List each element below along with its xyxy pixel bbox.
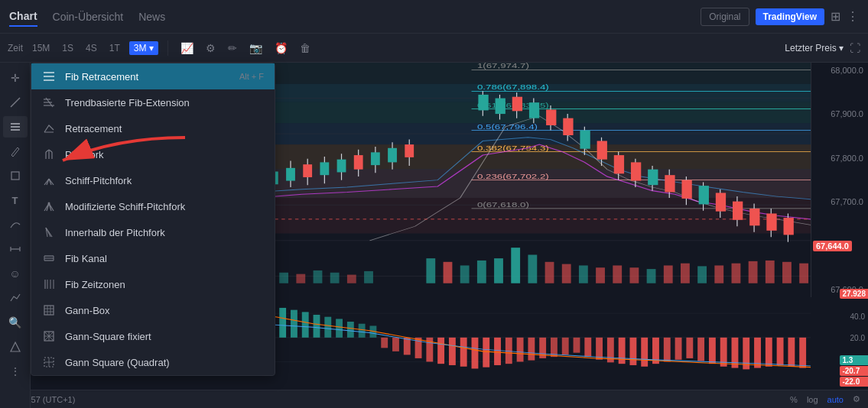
time-1t[interactable]: 1T (106, 41, 123, 55)
svg-rect-182 (279, 273, 288, 283)
tool-more[interactable]: ⋮ (3, 361, 28, 382)
price-67800: 67,800.0 (813, 154, 866, 163)
svg-rect-251 (449, 338, 456, 365)
tool-cursor[interactable]: ✛ (3, 67, 28, 89)
svg-rect-196 (562, 264, 571, 283)
pitchfork-label: Pitchfork (65, 149, 104, 160)
gann-square-fixed-icon (42, 329, 56, 343)
toolbar-right: Letzter Preis ▾ ⛶ (785, 42, 860, 54)
dropdown-item-schiff-pitchfork[interactable]: Schiff-Pitchfork (31, 167, 275, 193)
retracement-icon (42, 121, 56, 135)
svg-rect-201 (647, 269, 656, 283)
svg-rect-202 (664, 265, 673, 283)
tab-coin-overview[interactable]: Coin-Übersicht (53, 8, 124, 26)
dropdown-item-fib-extension[interactable]: Trendbasierte Fib-Extension (31, 89, 275, 115)
svg-rect-247 (404, 338, 411, 355)
svg-rect-4 (11, 172, 19, 180)
separator-1 (167, 40, 168, 56)
original-button[interactable]: Original (701, 8, 749, 26)
gann-square-icon (42, 355, 56, 369)
nav-actions: Original TradingView ⊞ ⋮ (701, 8, 859, 26)
tool-emoji[interactable]: ☺ (3, 263, 28, 284)
svg-rect-160 (733, 202, 743, 220)
dropdown-item-gann-square-fixed[interactable]: Gann-Square fixiert (31, 323, 275, 349)
fib-zeitzonen-label: Fib Zeitzonen (65, 279, 125, 290)
svg-rect-258 (528, 338, 535, 361)
log-label[interactable]: log (807, 395, 818, 404)
grid-icon[interactable]: ⊞ (831, 9, 840, 24)
percent-label[interactable]: % (790, 395, 798, 404)
sub-indicator-axis: 27.928 40.0 20.0 1.3 -20.7 -22.0 (840, 286, 868, 390)
toolbar-left: Zeit 15M 1S 4S 1T 3M ▾ 📈 ⚙ ✏ 📷 ⏰ 🗑 (8, 40, 314, 56)
dropdown-item-fib-kanal[interactable]: Fib Kanal (31, 245, 275, 271)
svg-rect-199 (613, 265, 622, 283)
svg-rect-166 (784, 218, 794, 235)
trash-icon[interactable]: 🗑 (297, 40, 314, 56)
pencil-icon[interactable]: ✏ (225, 40, 240, 56)
svg-rect-190 (460, 265, 470, 283)
tool-measure[interactable] (3, 238, 28, 260)
svg-rect-243 (359, 324, 366, 338)
svg-rect-195 (545, 262, 554, 283)
settings-icon-bottom[interactable]: ⚙ (853, 394, 860, 404)
dropdown-item-retracement[interactable]: Retracement (31, 115, 275, 141)
auto-label[interactable]: auto (827, 395, 844, 404)
svg-rect-210 (799, 264, 808, 283)
svg-rect-122 (354, 155, 363, 170)
tool-zoom[interactable]: 🔍 (3, 312, 28, 333)
more-options-icon[interactable]: ⋮ (847, 9, 859, 24)
svg-rect-124 (371, 152, 380, 165)
svg-rect-246 (392, 338, 399, 351)
line-chart-icon[interactable]: 📈 (177, 40, 197, 56)
price-68000: 68,000.0 (813, 66, 866, 75)
svg-rect-148 (631, 162, 641, 180)
svg-text:0.786(67,898.4): 0.786(67,898.4) (477, 84, 549, 91)
main-area: ✛ T ☺ (0, 63, 868, 408)
mod-schiff-icon (42, 199, 56, 213)
camera-icon[interactable]: 📷 (246, 40, 265, 56)
expand-icon[interactable]: ⛶ (850, 42, 860, 54)
dropdown-item-mod-schiff[interactable]: Modifizierte Schiff-Pitchfork (31, 193, 275, 219)
tool-brush[interactable] (3, 141, 28, 162)
time-4s[interactable]: 4S (83, 41, 100, 55)
tab-chart[interactable]: Chart (9, 7, 37, 27)
svg-rect-150 (648, 170, 658, 185)
time-3m[interactable]: 3M ▾ (129, 41, 158, 55)
tool-fib[interactable] (3, 116, 28, 138)
tool-alert[interactable] (3, 336, 28, 358)
fib-kanal-label: Fib Kanal (65, 253, 107, 264)
time-1s[interactable]: 1S (59, 41, 76, 55)
time-15m[interactable]: 15M (29, 41, 53, 55)
schiff-pitchfork-label: Schiff-Pitchfork (65, 175, 132, 186)
dropdown-item-gann-box[interactable]: Gann-Box (31, 297, 275, 323)
letzter-preis-label[interactable]: Letzter Preis ▾ (785, 43, 844, 53)
svg-rect-279 (766, 338, 772, 367)
svg-text:1(67,974.7): 1(67,974.7) (477, 63, 529, 70)
tool-shapes[interactable] (3, 165, 28, 186)
tool-path[interactable] (3, 214, 28, 235)
tool-text[interactable]: T (3, 189, 28, 211)
indicator-value: 27.928 (840, 289, 868, 299)
toolbar: Zeit 15M 1S 4S 1T 3M ▾ 📈 ⚙ ✏ 📷 ⏰ 🗑 Letzt… (0, 34, 868, 63)
sub-indicator-1: 1.3 (840, 355, 868, 365)
svg-rect-158 (716, 193, 726, 211)
dropdown-item-pitchfork[interactable]: Pitchfork (31, 141, 275, 167)
clock-icon[interactable]: ⏰ (271, 40, 291, 56)
dropdown-item-fib-zeitzonen[interactable]: Fib Zeitzonen (31, 271, 275, 297)
svg-rect-245 (381, 338, 388, 348)
dropdown-item-gann-square[interactable]: Gann Square (Quadrat) (31, 349, 275, 375)
dropdown-item-inside-pitchfork[interactable]: Innerhalb der Pitchfork (31, 219, 275, 245)
svg-rect-273 (697, 338, 704, 361)
tool-trend-line[interactable] (3, 92, 28, 113)
tab-news[interactable]: News (138, 8, 165, 26)
svg-rect-206 (732, 264, 741, 283)
tool-prediction[interactable] (3, 287, 28, 309)
svg-rect-208 (766, 261, 775, 283)
tradingview-button[interactable]: TradingView (756, 8, 824, 25)
fib-zeitzonen-icon (42, 277, 56, 291)
inside-pitchfork-icon (42, 225, 56, 239)
dropdown-item-fib-retracement[interactable]: Fib Retracement Alt + F (31, 63, 275, 89)
fib-extension-icon (42, 96, 56, 109)
indicator-20: 20.0 (840, 334, 868, 342)
settings-icon[interactable]: ⚙ (203, 40, 219, 56)
